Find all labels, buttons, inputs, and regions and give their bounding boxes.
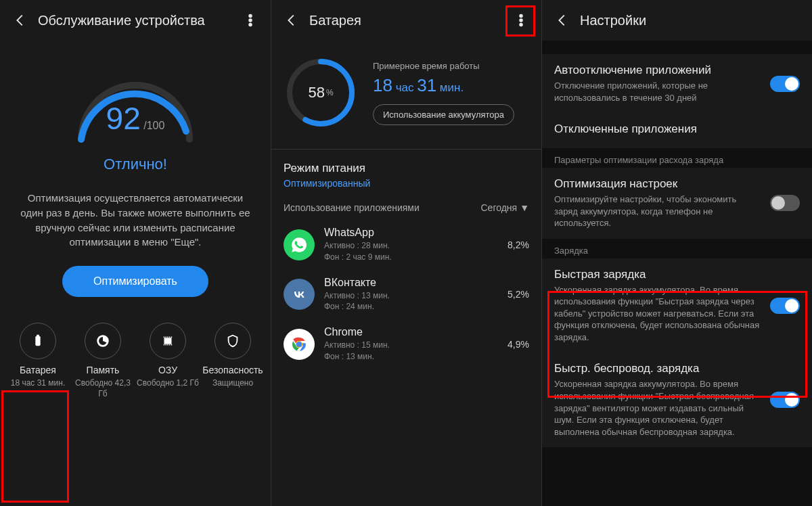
header: Батарея [271,0,541,41]
highlight-battery-tile [1,390,69,503]
auto-disable-toggle[interactable] [770,76,800,92]
header-title: Обслуживание устройства [38,13,205,28]
period-dropdown[interactable]: Сегодня ▼ [480,202,529,213]
battery-percent: 58 [308,84,324,101]
svg-point-2 [249,24,252,26]
tile-security[interactable]: Безопасность Защищено [202,323,264,399]
disabled-apps-row[interactable]: Отключенные приложения [542,113,812,148]
chevron-down-icon: ▼ [520,202,529,213]
back-icon[interactable] [279,8,304,32]
battery-icon [30,334,45,348]
svg-point-8 [520,19,522,22]
whatsapp-icon [284,229,315,260]
score-gauge: 92 /100 Отлично! [0,41,271,173]
app-row[interactable]: ВКонтакте Активно : 13 мин.Фон : 24 мин.… [284,270,529,320]
header: Настройки [542,0,812,41]
settings-panel: Настройки Автоотключение приложений Откл… [541,0,812,506]
score-value: 92 [106,101,141,136]
fast-wireless-row[interactable]: Быстр. беспровод. зарядка Ускоренная зар… [542,352,812,447]
estimate-label: Примерное время работы [373,61,529,71]
svg-point-1 [249,19,252,22]
estimate-value: 18 час 31 мин. [373,75,529,96]
battery-usage-button[interactable]: Использование аккумулятора [373,104,514,125]
battery-panel: Батарея 58% Примерное время работы 18 ча… [271,0,541,506]
battery-donut: 58% [284,55,358,130]
tile-battery[interactable]: Батарея 18 час 31 мин. [7,323,69,399]
shield-icon [225,334,240,348]
fast-charging-toggle[interactable] [770,298,800,314]
apps-usage-label: Использование приложениями [284,202,420,213]
charging-section-label: Зарядка [542,239,812,258]
power-mode-row[interactable]: Режим питания Оптимизированный [271,152,541,198]
svg-point-0 [249,15,252,18]
more-icon[interactable] [509,8,533,32]
app-row[interactable]: Chrome Активно : 15 мин.Фон : 13 мин. 4,… [284,319,529,369]
svg-rect-4 [37,335,39,337]
score-label: Отлично! [104,156,167,173]
svg-point-9 [520,24,522,26]
battery-summary: 58% Примерное время работы 18 час 31 мин… [271,41,541,145]
svg-rect-6 [164,338,172,344]
header-title: Батарея [309,13,361,28]
back-icon[interactable] [550,8,574,32]
back-icon[interactable] [8,8,32,32]
optimize-button[interactable]: Оптимизировать [62,266,208,297]
optimization-description: Оптимизация осуществляется автоматически… [0,173,271,262]
score-max: /100 [143,120,164,131]
more-icon[interactable] [238,8,263,32]
svg-point-7 [520,15,522,18]
optimize-settings-toggle[interactable] [770,195,800,211]
memory-icon [160,334,175,348]
vk-icon [284,279,315,310]
fast-wireless-toggle[interactable] [770,392,800,408]
tile-storage[interactable]: Память Свободно 42,3 Гб [72,323,134,399]
tiles-row: Батарея 18 час 31 мин. Память Свободно 4… [0,306,271,405]
optimization-section-label: Параметры оптимизации расхода заряда [542,148,812,168]
header: Обслуживание устройства [0,0,271,41]
optimize-settings-row[interactable]: Оптимизация настроек Оптимизируйте настр… [542,168,812,239]
chrome-icon [284,329,315,360]
auto-disable-apps-row[interactable]: Автоотключение приложений Отключение при… [542,54,812,113]
svg-rect-3 [35,336,40,346]
app-row[interactable]: WhatsApp Активно : 28 мин.Фон : 2 час 9 … [284,220,529,270]
header-title: Настройки [580,13,646,28]
fast-charging-row[interactable]: Быстрая зарядка Ускоренная зарядка аккум… [542,258,812,353]
device-care-panel: Обслуживание устройства 92 /100 Отлично!… [0,0,271,506]
storage-icon [95,334,110,348]
svg-point-14 [297,342,301,346]
tile-memory[interactable]: ОЗУ Свободно 1,2 Гб [137,323,199,399]
